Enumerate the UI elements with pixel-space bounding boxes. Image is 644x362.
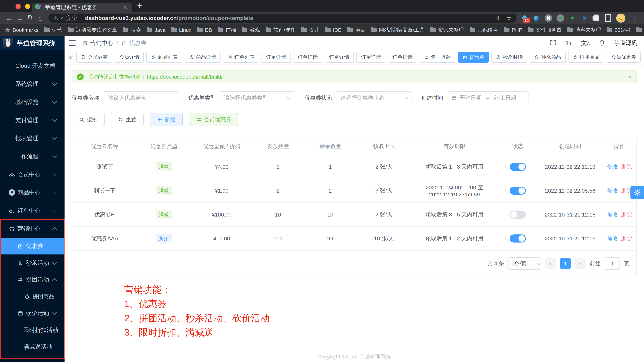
tab-seckill-time[interactable]: 秒杀时段 xyxy=(492,52,527,63)
bookmark-folder[interactable]: Linux xyxy=(171,27,192,33)
extension-pin-icon[interactable] xyxy=(533,14,540,22)
collapse-menu-icon[interactable] xyxy=(64,40,80,46)
bookmark-folder[interactable]: 其他语言 xyxy=(470,27,498,34)
tab-coupon[interactable]: 优惠券 xyxy=(458,52,489,63)
minimize-window-button[interactable] xyxy=(25,4,30,9)
url-path[interactable]: /promotion/coupon-template xyxy=(177,15,253,21)
home-button[interactable]: ⌂ xyxy=(35,14,46,22)
bookmarks-root[interactable]: ★Bookmarks xyxy=(5,27,38,34)
sidebar-item-marketing-center[interactable]: 营销中心 xyxy=(0,220,64,238)
search-button[interactable]: 搜索 xyxy=(72,113,105,126)
edit-link[interactable]: 修改 xyxy=(607,211,618,217)
next-page-button[interactable]: › xyxy=(575,258,586,269)
new-tab-button[interactable]: + xyxy=(137,1,142,10)
bookmark-folder[interactable]: 软件/硬件 xyxy=(266,27,296,34)
browser-menu-icon[interactable]: ⋮ xyxy=(632,14,638,22)
browser-tab[interactable]: 芋道管理系统 - 优惠券 × xyxy=(32,3,132,12)
security-label[interactable]: 不安全 xyxy=(60,14,77,22)
bookmark-folder[interactable]: 博客未整理 xyxy=(567,27,601,34)
prev-page-button[interactable]: ‹ xyxy=(545,258,556,269)
bookmark-folder[interactable]: 近期需要读的文章 xyxy=(68,27,117,34)
language-button[interactable]: 文A xyxy=(581,39,590,47)
tab-member-tag[interactable]: 会员标签 xyxy=(76,52,112,63)
sidebar-item-seckill[interactable]: 秒杀活动 xyxy=(0,254,64,271)
sidebar-item-report[interactable]: 报表管理 xyxy=(0,129,64,147)
status-toggle[interactable] xyxy=(510,187,526,195)
breadcrumb-marketing[interactable]: 营销中心 xyxy=(82,39,113,47)
close-tab-icon[interactable]: × xyxy=(124,4,127,11)
sidebar-item-product-center[interactable]: P 商品中心 xyxy=(0,183,64,201)
bookmark-folder[interactable]: 游戏 xyxy=(242,27,260,34)
bookmark-folder[interactable]: 生活 xyxy=(636,27,644,34)
coupon-type-select[interactable]: 请选择优惠券类型 xyxy=(220,91,296,104)
bookmark-folder[interactable]: 项目 xyxy=(347,27,366,34)
font-size-button[interactable]: Tᴛ xyxy=(565,39,572,47)
bookmark-folder[interactable]: 网站/博客/文章/工具 xyxy=(371,27,424,34)
tab-order-list[interactable]: 订单列表 xyxy=(223,52,259,63)
bookmark-folder[interactable]: DB xyxy=(197,27,212,33)
bookmark-folder[interactable]: 设计 xyxy=(301,27,320,34)
member-coupon-button[interactable]: 会员优惠券 xyxy=(189,113,238,126)
tab-seckill-product[interactable]: 秒杀商品 xyxy=(530,52,566,63)
back-button[interactable]: ← xyxy=(4,14,14,22)
sidebar-item-groupon[interactable]: 拼团活动 xyxy=(0,271,64,288)
extension-chevrons-icon[interactable]: « xyxy=(580,14,588,22)
bookmark-folder[interactable]: 资讯未整理 xyxy=(430,27,464,34)
extension-record-icon[interactable] xyxy=(556,14,564,22)
sidebar-item-cloud-docs[interactable]: Cloud 开发文档 xyxy=(0,57,64,75)
bookmark-folder[interactable]: Java xyxy=(147,27,166,33)
tab-groupon-product[interactable]: 拼团商品 xyxy=(568,52,604,63)
banner-doc-link[interactable]: https://doc.iocoder.cn/mall/build/ xyxy=(147,74,223,80)
sidebar-item-time-discount[interactable]: 限时折扣活动 xyxy=(0,322,64,338)
sidebar-item-member-center[interactable]: 会员中心 xyxy=(0,165,64,183)
tab-order-detail-1[interactable]: 订单详情 xyxy=(262,52,290,63)
reload-button[interactable] xyxy=(25,14,35,22)
page-size-select[interactable]: 10条/页 xyxy=(508,257,541,270)
bookmark-star-icon[interactable]: ☆ xyxy=(506,15,512,22)
tab-member-coupon[interactable]: 会员优惠券 xyxy=(606,52,640,63)
bookmark-folder[interactable]: 文件服务器 xyxy=(528,27,562,34)
delete-link[interactable]: 删除 xyxy=(621,235,632,241)
edit-link[interactable]: 修改 xyxy=(607,235,618,241)
fullscreen-button[interactable] xyxy=(550,39,556,47)
tab-order-detail-4[interactable]: 订单详情 xyxy=(356,52,386,63)
forward-button[interactable]: → xyxy=(14,14,25,22)
tab-order-detail-2[interactable]: 订单详情 xyxy=(293,52,322,63)
close-banner-icon[interactable]: × xyxy=(628,73,632,81)
tab-order-detail-3[interactable]: 订单详情 xyxy=(325,52,354,63)
add-button[interactable]: 新增 xyxy=(150,113,183,126)
security-warning-icon[interactable]: ⚠ xyxy=(53,15,58,21)
sidebar-item-system[interactable]: 系统管理 xyxy=(0,75,64,93)
edit-link[interactable]: 修改 xyxy=(607,164,618,170)
status-toggle[interactable] xyxy=(510,234,526,242)
extension-frame-icon[interactable] xyxy=(604,14,612,22)
notification-bell-button[interactable] xyxy=(598,39,605,47)
date-range-picker[interactable]: 开始日期 – 结束日期 xyxy=(447,91,528,104)
bookmark-folder[interactable]: IDE xyxy=(325,27,342,33)
tab-product-detail[interactable]: 商品详情 xyxy=(185,52,220,63)
extension-command-icon[interactable]: ⌘ xyxy=(545,14,552,22)
reset-button[interactable]: 重置 xyxy=(111,113,144,126)
bookmark-folder[interactable]: PHP xyxy=(504,27,522,33)
extension-star-icon[interactable]: ✶ xyxy=(568,14,576,22)
url-host[interactable]: dashboard-vue3.yudao.iocoder.cn xyxy=(85,15,177,21)
delete-link[interactable]: 删除 xyxy=(621,164,632,170)
tab-refund[interactable]: 售后退款 xyxy=(420,52,456,63)
edit-link[interactable]: 修改 xyxy=(607,187,618,194)
theme-settings-button[interactable] xyxy=(630,186,644,199)
bookmark-folder[interactable]: 2014-4 xyxy=(607,27,630,33)
delete-link[interactable]: 删除 xyxy=(621,211,632,217)
sidebar-item-infrastructure[interactable]: 基础设施 xyxy=(0,93,64,111)
sidebar-item-payment[interactable]: 支付管理 xyxy=(0,111,64,129)
share-icon[interactable]: ⇧ xyxy=(495,15,500,22)
bookmark-folder[interactable]: 前端 xyxy=(218,27,236,34)
close-window-button[interactable] xyxy=(16,4,21,9)
app-logo[interactable]: 芋道管理系统 xyxy=(0,36,64,50)
browser-profile-avatar[interactable]: ◡̈ xyxy=(616,14,625,23)
coupon-status-select[interactable]: 请选择优惠券状态 xyxy=(336,91,412,104)
status-toggle[interactable] xyxy=(510,211,526,219)
extension-kite-icon[interactable]: 12 xyxy=(521,14,528,22)
goto-page-input[interactable]: 1 xyxy=(605,257,620,270)
tab-product-list[interactable]: 商品列表 xyxy=(146,52,182,63)
sidebar-item-order-center[interactable]: e. 订单中心 xyxy=(0,201,64,220)
